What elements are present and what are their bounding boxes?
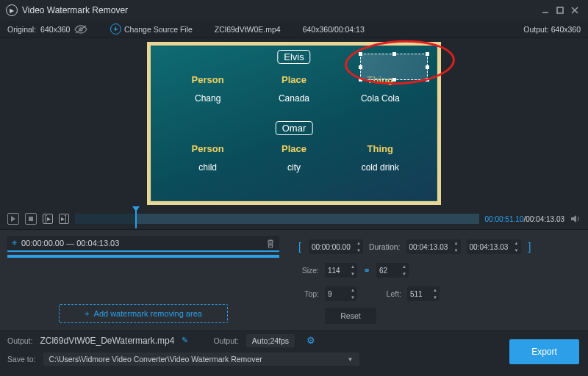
spin-up[interactable]: ▲	[512, 239, 521, 247]
cell: child	[165, 162, 251, 173]
playhead[interactable]	[135, 209, 137, 228]
size-label: Size:	[297, 266, 319, 275]
spin-up[interactable]: ▲	[400, 263, 409, 270]
cell: Chang	[165, 93, 251, 104]
volume-icon[interactable]	[570, 214, 581, 223]
end-time-input[interactable]: ▲▼	[467, 239, 521, 254]
mark-in-button[interactable]: [▸	[43, 214, 53, 224]
export-button[interactable]: Export	[509, 339, 579, 364]
bracket-right-icon[interactable]: ]	[527, 241, 533, 253]
segments-pane: ⌖ 00:00:00.00 — 00:04:13.03 + Add waterm…	[0, 230, 287, 330]
save-path-value: C:\Users\Vidmore Video Converter\Video W…	[49, 355, 262, 364]
cell: Canada	[251, 93, 337, 104]
output-format-label: Output:	[213, 336, 238, 345]
original-label: Original:	[7, 25, 36, 34]
save-to-label: Save to:	[7, 355, 36, 364]
spin-down[interactable]: ▼	[452, 247, 461, 254]
svg-rect-0	[557, 7, 563, 13]
spin-up[interactable]: ▲	[354, 239, 363, 247]
segment-range: 00:00:00.00 — 00:04:13.03	[21, 239, 119, 247]
save-row: Save to: C:\Users\Vidmore Video Converte…	[0, 350, 588, 369]
video-preview[interactable]: Elvis Person Place Thing Chang Canada Co…	[147, 42, 441, 205]
source-filename: ZCl69dVtW0E.mp4	[215, 25, 281, 34]
add-area-label: Add watermark removing area	[94, 309, 202, 318]
cell: city	[251, 162, 337, 173]
source-dim-duration: 640x360/00:04:13	[303, 25, 365, 34]
change-source-button[interactable]: + Change Source File	[110, 24, 193, 35]
col-heading: Person	[165, 143, 251, 154]
duration-label: Duration:	[369, 242, 401, 251]
change-source-label: Change Source File	[124, 25, 193, 34]
watermark-selection-box[interactable]	[360, 54, 428, 80]
height-input[interactable]: ▲▼	[376, 263, 409, 278]
minimize-button[interactable]	[538, 3, 553, 18]
spin-down[interactable]: ▼	[348, 270, 357, 278]
col-heading: Place	[251, 143, 337, 154]
close-button[interactable]	[567, 3, 582, 18]
col-heading: Place	[251, 74, 337, 85]
maximize-button[interactable]	[553, 3, 567, 18]
spin-down[interactable]: ▼	[512, 247, 521, 254]
width-input[interactable]: ▲▼	[325, 263, 357, 278]
bracket-left-icon[interactable]: [	[297, 241, 303, 253]
titlebar: ▶ Video Watermark Remover	[0, 0, 588, 21]
link-aspect-icon[interactable]: ⚭	[363, 265, 370, 275]
output-value: 640x360	[551, 25, 581, 34]
left-label: Left:	[381, 289, 401, 298]
info-bar: Original: 640x360 + Change Source File Z…	[0, 21, 588, 38]
svg-rect-2	[29, 217, 33, 221]
preview-visibility-icon[interactable]	[74, 25, 87, 34]
spin-down[interactable]: ▼	[348, 294, 357, 301]
spin-up[interactable]: ▲	[348, 286, 357, 294]
edit-filename-icon[interactable]: ✎	[182, 336, 188, 345]
spin-up[interactable]: ▲	[348, 263, 357, 270]
reset-button[interactable]: Reset	[325, 308, 376, 324]
spin-down[interactable]: ▼	[354, 247, 363, 254]
lasso-icon: ⌖	[12, 237, 17, 249]
duration-input[interactable]: ▲▼	[406, 239, 461, 254]
output-format-value: Auto;24fps	[252, 336, 289, 345]
mark-out-button[interactable]: ▸]	[59, 214, 69, 224]
settings-icon[interactable]: ⚙	[306, 335, 315, 346]
add-area-button[interactable]: + Add watermark removing area	[59, 304, 228, 323]
time-readout: 00:00:51.10/00:04:13.03	[485, 215, 564, 223]
output-file-label: Output:	[7, 336, 32, 345]
save-path-field[interactable]: C:\Users\Vidmore Video Converter\Video W…	[43, 352, 359, 366]
delete-segment-button[interactable]	[266, 239, 275, 248]
spin-up[interactable]: ▲	[452, 239, 461, 247]
playback-bar: [▸ ▸] 00:00:51.10/00:04:13.03	[0, 209, 588, 229]
col-heading: Person	[165, 74, 251, 85]
chevron-down-icon: ▼	[348, 356, 354, 363]
start-time-input[interactable]: ▲▼	[309, 239, 363, 254]
left-input[interactable]: ▲▼	[407, 286, 440, 301]
plus-circle-icon: +	[110, 24, 121, 35]
stop-button[interactable]	[25, 213, 37, 225]
play-button[interactable]	[7, 213, 19, 225]
app-title: Video Watermark Remover	[22, 5, 538, 15]
spin-down[interactable]: ▼	[431, 294, 440, 301]
output-label: Output:	[523, 25, 548, 34]
output-file-name: ZCl69dVtW0E_DeWatermark.mp4	[40, 336, 174, 346]
spin-up[interactable]: ▲	[431, 286, 440, 294]
preview-area: Elvis Person Place Thing Chang Canada Co…	[0, 38, 588, 209]
timeline-track[interactable]	[75, 214, 479, 224]
top-label: Top:	[297, 289, 319, 298]
original-value: 640x360	[40, 25, 70, 34]
properties-pane: [ ▲▼ Duration: ▲▼ ▲▼ ] Size: ▲▼ ⚭ ▲▼ Top…	[287, 230, 588, 330]
plus-icon: +	[85, 309, 89, 318]
segment-row[interactable]: ⌖ 00:00:00.00 — 00:04:13.03	[7, 236, 279, 252]
app-logo-icon: ▶	[6, 4, 18, 16]
total-time: 00:04:13.03	[526, 215, 564, 223]
video-frame: Elvis Person Place Thing Chang Canada Co…	[151, 46, 437, 201]
lower-panel: ⌖ 00:00:00.00 — 00:04:13.03 + Add waterm…	[0, 229, 588, 330]
spin-down[interactable]: ▼	[400, 270, 409, 278]
output-format-field[interactable]: Auto;24fps	[246, 334, 295, 347]
frame-title-2: Omar	[276, 121, 313, 135]
output-row: Output: ZCl69dVtW0E_DeWatermark.mp4 ✎ Ou…	[0, 330, 588, 350]
col-heading: Thing	[337, 143, 423, 154]
segment-bar[interactable]	[7, 255, 279, 258]
cell: Cola Cola	[337, 93, 423, 104]
current-time: 00:00:51.10	[485, 215, 524, 223]
top-input[interactable]: ▲▼	[325, 286, 357, 301]
cell: cold drink	[337, 162, 423, 173]
